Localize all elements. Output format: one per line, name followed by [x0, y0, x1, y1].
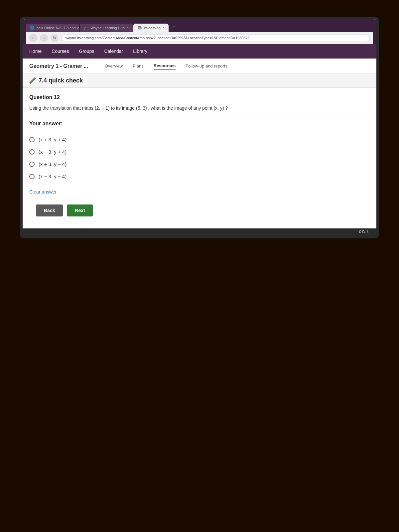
tab-2-icon: 🎓	[84, 26, 88, 30]
tab-overview[interactable]: Overview	[105, 62, 123, 70]
nav-calendar[interactable]: Calendar	[104, 47, 123, 55]
tab-3-close-icon[interactable]: ×	[163, 26, 165, 30]
laptop-frame: 🌐 na's Online K-6, 7|8 and Virt × 🎓 Wayn…	[20, 17, 379, 228]
page-title: 7.4 quick check	[39, 77, 83, 84]
next-button[interactable]: Next	[67, 204, 93, 216]
tabs-bar: 🌐 na's Online K-6, 7|8 and Virt × 🎓 Wayn…	[26, 22, 373, 32]
dell-logo-text: DELL	[359, 230, 369, 234]
tab-1-icon: 🌐	[30, 26, 35, 30]
tab-2-label: Wayne Learning Hub	[90, 26, 125, 30]
your-answer-label: Your answer:	[29, 121, 370, 127]
option-3-label: (x + 3, y − 4)	[39, 161, 66, 167]
tab-1[interactable]: 🌐 na's Online K-6, 7|8 and Virt ×	[26, 24, 79, 32]
buttons-row: Back Next	[29, 201, 370, 223]
option-4-label: (x − 3, y − 4)	[39, 174, 66, 179]
page-title-bar: 7.4 quick check	[23, 74, 376, 88]
tab-3-icon: 📚	[137, 26, 142, 30]
browser-window: 🌐 na's Online K-6, 7|8 and Virt × 🎓 Wayn…	[23, 19, 376, 228]
nav-groups[interactable]: Groups	[79, 47, 94, 55]
question-number: Question 12	[29, 94, 370, 100]
course-title: Geometry 1 - Gramer ...	[29, 63, 88, 69]
site-nav: Home Courses Groups Calendar Library	[23, 44, 376, 59]
options-list: (x + 3, y + 4) (x − 3, y + 4) (x + 3, y …	[29, 133, 370, 183]
main-content: 7.4 quick check Question 12 Using the tr…	[23, 74, 376, 228]
tab-plans[interactable]: Plans	[133, 62, 144, 70]
option-3[interactable]: (x + 3, y − 4)	[29, 158, 370, 170]
option-1-label: (x + 3, y + 4)	[39, 137, 66, 142]
radio-option-4[interactable]	[29, 174, 35, 179]
radio-option-2[interactable]	[29, 149, 35, 155]
back-button[interactable]: Back	[36, 204, 63, 216]
tab-3[interactable]: 📚 itslearning ×	[133, 24, 169, 32]
nav-home[interactable]: Home	[29, 47, 42, 55]
address-bar-row: ← → ↻	[26, 32, 373, 44]
pencil-icon	[29, 77, 36, 84]
option-2[interactable]: (x − 3, y + 4)	[29, 146, 370, 158]
course-header: Geometry 1 - Gramer ... Overview Plans R…	[23, 59, 376, 74]
new-tab-button[interactable]: +	[169, 22, 179, 32]
tab-2[interactable]: 🎓 Wayne Learning Hub ×	[80, 24, 133, 32]
tab-3-label: itslearning	[144, 26, 161, 30]
radio-option-1[interactable]	[29, 137, 35, 142]
tab-1-label: na's Online K-6, 7|8 and Virt	[37, 26, 79, 30]
option-4[interactable]: (x − 3, y − 4)	[29, 170, 370, 183]
question-section: Question 12 Using the translation that m…	[23, 88, 376, 115]
radio-option-3[interactable]	[29, 162, 35, 167]
address-input[interactable]	[61, 35, 370, 41]
question-text: Using the translation that maps (2, − 1)…	[29, 104, 370, 112]
browser-chrome: 🌐 na's Online K-6, 7|8 and Virt × 🎓 Wayn…	[23, 19, 376, 44]
nav-courses[interactable]: Courses	[52, 47, 69, 55]
reload-button[interactable]: ↻	[51, 34, 59, 42]
tab-resources[interactable]: Resources	[154, 62, 176, 70]
tab-followup[interactable]: Follow-up and reports	[186, 62, 227, 70]
dell-logo: DELL	[359, 230, 369, 237]
answer-section: Your answer: (x + 3, y + 4) (x − 3, y + …	[23, 115, 376, 228]
clear-answer-link[interactable]: Clear answer	[29, 189, 370, 195]
option-2-label: (x − 3, y + 4)	[39, 149, 66, 155]
tab-2-close-icon[interactable]: ×	[127, 26, 129, 30]
back-nav-button[interactable]: ←	[29, 34, 37, 42]
forward-nav-button[interactable]: →	[40, 34, 48, 42]
nav-library[interactable]: Library	[133, 47, 147, 55]
laptop-bottom: DELL	[20, 228, 379, 238]
option-1[interactable]: (x + 3, y + 4)	[29, 133, 370, 146]
